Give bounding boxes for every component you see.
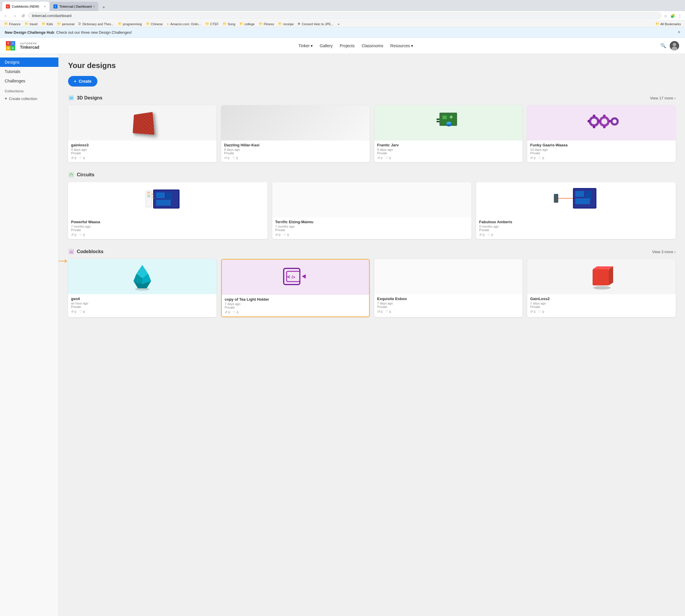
forward-button[interactable]: → [11,13,18,19]
card-dazzling-privacy: Private [224,151,367,155]
nav-gallery-label: Gallery [320,43,333,48]
h-icon: H [298,22,300,25]
card-powerful-waasa[interactable]: Powerful Waasa 7 months ago Private ↺ 0 … [68,182,268,239]
card-powerful-waasa-privacy: Private [71,228,265,232]
bookmark-favicon: D [79,22,81,25]
tab2-favicon: T [53,4,58,8]
bookmark-personal[interactable]: 📁 personal [55,21,76,26]
nav-gallery[interactable]: Gallery [320,42,333,49]
view-17-more-link[interactable]: View 17 more › [650,96,676,100]
card-exquisite[interactable]: Exquisite Esboo 7 days ago Private ↺ 0 ♡… [374,259,523,317]
like-stat: ♡ 0 [283,233,289,237]
bookmark-all-bookmarks[interactable]: 📁 All Bookmarks [654,21,683,26]
address-bar[interactable]: tinkercad.com/dashboard [28,12,661,19]
bookmark-finance[interactable]: 📁 Finance [2,21,22,26]
logo-text-area: AUTODESK Tinkercad [20,42,39,49]
card-fabulous-meta: 9 months ago Private ↺ 0 ♡ 0 [479,225,673,237]
bookmark-kids[interactable]: 📁 Kids [40,21,54,26]
bookmark-convert-label: Convert Heic to JPE... [302,22,334,26]
card-frantic-info: Frantic Jarv 9 days ago Private ↺ 0 ♡ 0 [374,140,523,162]
bookmark-ctef[interactable]: 📁 CTEF [204,21,221,26]
bookmark-fitness[interactable]: 📁 Fitness [257,21,276,26]
card-gainloss3-remix-stat: ↺ 0 [71,156,76,160]
create-button[interactable]: + Create [68,76,97,87]
powerful-waasa-circuit-image [144,184,191,216]
svg-text:/>: /> [292,275,295,280]
bookmark-convert[interactable]: H Convert Heic to JPE... [296,22,335,26]
bookmark-dictionary[interactable]: D Dictionary and Thes... [77,22,116,26]
card-fabulous[interactable]: Fabulous Amberis 9 months ago Private ↺ … [476,182,676,239]
svg-point-19 [613,119,617,124]
add-tab-button[interactable]: + [100,3,107,11]
nav-resources-label: Resources [391,43,410,48]
bookmark-amazon[interactable]: a Amazon.com: Onlin... [165,22,203,26]
svg-rect-7 [442,115,447,119]
card-tea-light-holder[interactable]: < /> copy of Tea Light Holder 7 days ago… [221,259,370,317]
remix-stat: ↺ 0 [530,310,535,313]
back-button[interactable]: ← [2,13,9,19]
notification-rest: : Check out our three new Design Challen… [54,30,132,35]
browser-tab-1[interactable]: C Codeblocks (NEW) × [2,2,49,11]
card-dazzling[interactable]: Dazzling Hillar-Kasi 9 days ago Private … [221,105,370,162]
folder-icon: 📁 [4,22,8,26]
card-gainloss3-time: 4 days ago [71,148,214,151]
bookmark-college[interactable]: 📁 college [238,21,257,26]
create-collection-button[interactable]: + Create collection [0,94,58,103]
browser-tab-2[interactable]: T Tinkercad | Dashboard × [50,2,98,11]
tab1-close-icon[interactable]: × [44,5,46,8]
card-terrific[interactable]: Terrific Elzing-Maimu 7 months ago Priva… [272,182,472,239]
card-geo4[interactable]: geo4 an hour ago Private ↺ 0 ♡ 0 [68,259,217,317]
bookmark-song[interactable]: 📁 Song [221,21,237,26]
card-dazzling-meta: 9 days ago Private ↺ 0 ♡ 0 [224,148,367,160]
bookmark-travel[interactable]: 📁 travel [23,21,39,26]
bookmark-overflow[interactable]: » [336,22,341,26]
card-funky-time: 14 days ago [530,148,673,151]
like-stat: ♡ 0 [538,310,544,313]
card-terrific-meta: 7 months ago Private ↺ 0 ♡ 0 [275,225,469,237]
card-fabulous-stats: ↺ 0 ♡ 0 [479,233,673,237]
bookmark-icon[interactable]: ☆ [663,13,668,19]
bookmark-fitness-label: Fitness [264,22,274,26]
card-frantic[interactable]: Frantic Jarv 9 days ago Private ↺ 0 ♡ 0 [374,105,523,162]
card-gainloss3[interactable]: gainloss3 4 days ago Private ↺ 0 ♡ [68,105,217,162]
nav-classrooms[interactable]: Classrooms [362,42,383,49]
card-gainloss2[interactable]: GainLoss2 7 days ago Private ↺ 0 ♡ 0 [527,259,676,317]
extensions-icon[interactable]: 🧩 [669,13,676,19]
nav-resources[interactable]: Resources ▾ [391,42,413,49]
sidebar-item-challenges[interactable]: Challenges [0,76,58,86]
svg-rect-50 [575,198,590,204]
card-geo4-stats: ↺ 0 ♡ 0 [71,310,214,313]
card-exquisite-privacy: Private [377,305,520,309]
card-tea-light-holder-privacy: Private [225,306,366,309]
address-bar-url: tinkercad.com/dashboard [32,14,658,18]
notification-close-button[interactable]: × [678,30,680,35]
search-button[interactable]: 🔍 [660,43,666,48]
bookmark-recipe[interactable]: 📁 receipe [277,21,295,26]
bookmark-chinese[interactable]: 📁 Chinese [144,21,164,26]
svg-rect-39 [146,191,152,207]
svg-rect-36 [156,193,165,198]
menu-icon[interactable]: ⋮ [677,13,683,19]
tab2-close-icon[interactable]: × [93,5,95,8]
logo-brand: Tinkercad [20,45,39,49]
nav-tinker[interactable]: Tinker ▾ [299,42,312,49]
sidebar-item-tutorials[interactable]: Tutorials [0,67,58,76]
logo-cell-t: T [6,41,10,46]
card-geo4-meta: an hour ago Private ↺ 0 ♡ 0 [71,302,214,313]
user-avatar[interactable] [670,41,679,50]
card-exquisite-name: Exquisite Esboo [377,296,520,301]
sidebar-item-designs[interactable]: Designs [0,58,58,67]
view-3-more-link[interactable]: View 3 more › [652,250,676,254]
svg-rect-29 [69,174,70,175]
folder-icon: 📁 [655,22,660,26]
refresh-button[interactable]: ↺ [20,13,26,19]
bookmark-programming[interactable]: 📁 programming [116,21,144,26]
card-funky[interactable]: Funky Gaaris-Waasa 14 days ago Private ↺… [527,105,676,162]
nav-projects[interactable]: Projects [340,42,355,49]
view-3-more-label: View 3 more [652,250,673,254]
folder-icon: 📁 [42,22,46,26]
browser-chrome: C Codeblocks (NEW) × T Tinkercad | Dashb… [0,0,685,27]
card-geo4-thumbnail [68,259,217,294]
nav-projects-label: Projects [340,43,355,48]
bookmark-ctef-label: CTEF [211,22,219,26]
